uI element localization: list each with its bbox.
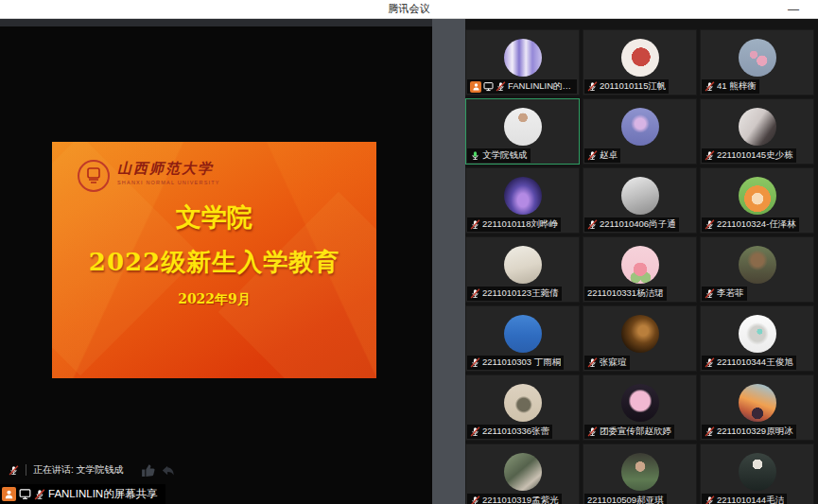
avatar [739,315,776,353]
participant-tile[interactable]: 赵卓 [583,98,697,165]
screen-share-icon [483,81,494,92]
avatar [739,108,776,146]
participant-label: 2211010344王俊旭 [702,356,796,370]
shared-screen-view: 山西师范大学 SHANXI NORMAL UNIVERSITY 文学院 2022… [0,19,432,504]
mic-muted-icon [587,150,598,161]
participant-name: 2211010123王菀倩 [482,287,559,300]
participant-name: 2211010303 丁雨桐 [482,356,561,369]
participant-tile[interactable]: 2211010144毛洁 [700,443,814,504]
participant-label: 2211010303 丁雨桐 [467,356,564,370]
participant-tile[interactable]: 2211010344王俊旭 [700,305,814,372]
participant-label: 2211010406尚子通 [584,217,679,232]
minimize-icon[interactable]: — [782,0,805,19]
university-seal-icon [77,159,111,193]
participant-tile[interactable]: 2211010329原明冰 [700,374,814,441]
participant-label: 2211010336张蕾 [467,425,552,439]
participant-tile[interactable]: 2211010303 丁雨桐 [465,305,580,372]
participant-tile[interactable]: 团委宣传部赵欣婷 [583,374,697,441]
avatar [739,453,776,491]
participant-name: 赵卓 [600,149,618,162]
participant-name: 2211010406尚子通 [600,218,676,231]
panel-divider[interactable] [432,19,465,504]
host-person-icon [2,487,16,501]
participant-tile[interactable]: 41 熊梓衡 [700,29,814,96]
avatar [504,108,542,146]
participant-name: 2211010329原明冰 [717,426,793,438]
avatar [739,384,776,422]
participant-tile[interactable]: 2211010406尚子通 [583,167,697,234]
participant-tile[interactable]: 文学院钱成 [465,98,580,165]
meeting-window: 腾讯会议 — 山西师范大学 SHANXI NORMAL UNIVERSITY 文… [0,0,818,504]
reply-arrow-icon[interactable] [158,462,174,478]
divider [26,464,26,476]
participant-label: 2211010509郝亚琪 [584,494,667,504]
participant-tile[interactable]: 2211010331杨洁珺 [583,236,697,303]
participant-tile[interactable]: 2211010319孟紫光 [465,443,580,504]
slide-subtitle: 2022级新生入学教育 [52,246,376,279]
screen-share-banner: FANLINLIN的屏幕共享 [0,484,165,504]
mic-muted-icon [587,357,598,368]
mic-muted-icon [470,219,480,230]
participant-label: 2211010145史少栋 [702,148,796,163]
participant-name: 2211010336张蕾 [482,426,549,438]
mic-muted-icon [34,489,45,500]
university-logo: 山西师范大学 SHANXI NORMAL UNIVERSITY [77,159,220,193]
participant-name: 2211010144毛洁 [717,495,784,504]
mic-muted-icon [470,288,480,299]
university-name-en: SHANXI NORMAL UNIVERSITY [117,180,220,185]
avatar [621,315,659,353]
slide-date: 2022年9月 [52,291,376,308]
participant-name: 2011010115江帆 [600,80,666,93]
avatar [504,384,542,422]
participant-tile[interactable]: 2211010509郝亚琪 [583,443,697,504]
participant-name: 张寐瑄 [600,356,627,369]
participant-label: 文学院钱成 [467,148,531,163]
participant-tile[interactable]: 2211010123王菀倩 [465,236,580,303]
avatar [504,453,542,491]
participant-label: 2211010319孟紫光 [467,494,562,504]
avatar [504,177,542,215]
participant-tile[interactable]: FANLINLIN的屏幕… [465,29,580,96]
participant-tile[interactable]: 2211010324-任泽林 [700,167,814,234]
avatar [621,39,659,77]
mic-muted-icon [705,150,715,161]
participant-label: 2211010123王菀倩 [467,287,562,301]
speaking-label: 正在讲话: 文学院钱成 [33,463,124,477]
participant-name: 2211010145史少栋 [717,149,793,162]
participant-tile[interactable]: 李若菲 [700,236,814,303]
participant-name: 2211010324-任泽林 [717,218,796,231]
slide-title: 文学院 [52,200,376,235]
participant-name: 2211010344王俊旭 [717,356,793,369]
participant-name: 2211010118刘晔峥 [482,218,558,231]
window-title: 腾讯会议 [389,2,430,16]
mic-muted-icon [470,426,480,437]
participant-label: 团委宣传部赵欣婷 [584,425,674,439]
window-titlebar: 腾讯会议 — [0,0,818,19]
avatar [739,246,776,284]
avatar [504,39,542,77]
host-person-icon [470,81,481,93]
participant-tile[interactable]: 2011010115江帆 [583,29,697,96]
mic-muted-icon [705,426,715,437]
share-banner-label: FANLINLIN的屏幕共享 [48,487,158,501]
avatar [621,108,659,146]
participant-name: FANLINLIN的屏幕… [508,80,574,93]
participant-label: 2211010118刘晔峥 [467,217,561,232]
participant-tile[interactable]: 张寐瑄 [583,305,697,372]
participant-tile[interactable]: 2211010118刘晔峥 [465,167,580,234]
clap-icon[interactable] [140,462,156,478]
participant-label: 2011010115江帆 [584,79,669,94]
reaction-icons[interactable] [140,462,174,478]
participant-label: FANLINLIN的屏幕… [467,79,577,94]
screen-share-icon [19,488,31,500]
participant-tile[interactable]: 2211010336张蕾 [465,374,580,441]
mic-muted-icon [705,81,715,92]
mic-muted-icon [587,219,598,230]
avatar [621,384,659,422]
presentation-slide: 山西师范大学 SHANXI NORMAL UNIVERSITY 文学院 2022… [52,142,376,378]
mic-muted-icon [587,81,598,92]
mic-muted-icon [470,495,480,504]
avatar [621,177,659,215]
mic-muted-icon [496,81,506,92]
participant-tile[interactable]: 2211010145史少栋 [700,98,814,165]
